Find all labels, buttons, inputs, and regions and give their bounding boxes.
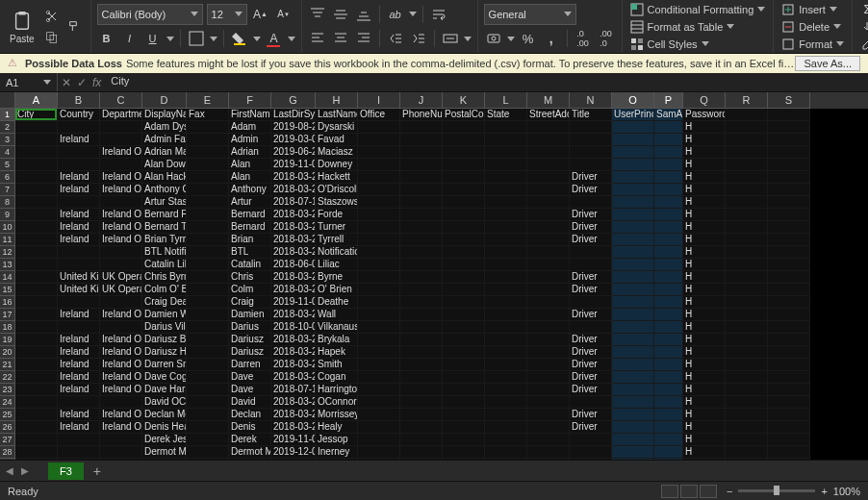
cell[interactable] [443, 421, 485, 434]
cell[interactable] [768, 384, 810, 396]
cell[interactable] [612, 259, 654, 271]
cell[interactable]: Tyrrell [316, 234, 358, 246]
cell[interactable] [768, 221, 810, 234]
row-header[interactable]: 21 [0, 359, 15, 371]
cell[interactable]: 2019-06-27 0 [271, 146, 316, 159]
cell[interactable] [612, 159, 654, 171]
cell[interactable] [768, 109, 810, 121]
cell[interactable]: H [683, 409, 726, 421]
cell[interactable] [15, 171, 58, 184]
cell[interactable] [187, 334, 229, 346]
cell[interactable]: 2018-03-27 1 [271, 421, 316, 434]
cell[interactable] [654, 434, 683, 446]
col-header-E[interactable]: E [187, 92, 229, 109]
cell[interactable] [100, 121, 142, 134]
cell[interactable] [358, 259, 400, 271]
cell[interactable] [726, 221, 768, 234]
cell[interactable] [768, 209, 810, 221]
cell[interactable] [187, 384, 229, 396]
cell[interactable] [15, 309, 58, 321]
cell[interactable] [400, 146, 443, 159]
cell[interactable] [100, 196, 142, 209]
cell[interactable] [570, 196, 612, 209]
cell[interactable]: Anthony O'Driscoll [142, 184, 187, 196]
currency-button[interactable] [484, 29, 503, 48]
cell[interactable] [187, 246, 229, 259]
cell[interactable] [443, 434, 485, 446]
cell[interactable] [15, 271, 58, 284]
cell[interactable]: Driver [570, 334, 612, 346]
cell[interactable]: 2018-06-08 1 [271, 259, 316, 271]
cell[interactable] [443, 396, 485, 409]
cell[interactable]: 2018-07-10 0 [271, 196, 316, 209]
cell[interactable] [570, 446, 612, 459]
cell[interactable] [358, 346, 400, 359]
cell[interactable]: Hapek [316, 346, 358, 359]
cell[interactable]: David [229, 396, 271, 409]
cell[interactable] [358, 221, 400, 234]
cell[interactable] [654, 121, 683, 134]
cell[interactable] [485, 409, 527, 421]
cell[interactable] [443, 309, 485, 321]
cell[interactable]: Adrian Maciasz [142, 146, 187, 159]
cell[interactable] [187, 234, 229, 246]
cell[interactable]: Darren [229, 359, 271, 371]
cell[interactable]: O'Driscoll [316, 184, 358, 196]
decrease-decimal-button[interactable]: .00.0 [597, 29, 616, 48]
cell[interactable]: SamAccount [654, 109, 683, 121]
col-header-I[interactable]: I [358, 92, 400, 109]
cell[interactable]: Ireland [58, 171, 100, 184]
cell[interactable] [654, 196, 683, 209]
row-header[interactable]: 3 [0, 134, 15, 146]
cell[interactable]: Ireland [58, 371, 100, 384]
align-center-button[interactable] [331, 29, 350, 48]
cell[interactable] [15, 159, 58, 171]
cell[interactable]: Bernard Turner [142, 221, 187, 234]
chevron-down-icon[interactable] [210, 37, 217, 41]
cell[interactable] [58, 446, 100, 459]
cell[interactable]: Driver [570, 309, 612, 321]
cell[interactable]: Ireland Oper [100, 209, 142, 221]
cell[interactable] [443, 371, 485, 384]
chevron-down-icon[interactable] [464, 37, 472, 41]
cell[interactable]: UK Operatio [100, 284, 142, 296]
cell[interactable] [768, 171, 810, 184]
cell[interactable] [527, 371, 570, 384]
cell[interactable] [443, 446, 485, 459]
cell[interactable]: 2019-12-04 0 [271, 446, 316, 459]
cell[interactable]: Driver [570, 384, 612, 396]
cell[interactable] [527, 346, 570, 359]
increase-decimal-button[interactable]: .0.00 [574, 29, 593, 48]
cell[interactable] [187, 459, 229, 460]
cell[interactable] [570, 396, 612, 409]
cell[interactable] [443, 196, 485, 209]
decrease-indent-button[interactable] [386, 29, 405, 48]
cell[interactable] [527, 409, 570, 421]
cell[interactable]: Craig [229, 296, 271, 309]
cell[interactable] [612, 284, 654, 296]
cell[interactable]: 2018-03-28 1 [271, 221, 316, 234]
cell[interactable]: Country [58, 109, 100, 121]
cell[interactable]: 2018-03-28 1 [271, 309, 316, 321]
cell[interactable]: Downey [316, 159, 358, 171]
cell[interactable] [358, 334, 400, 346]
cell[interactable]: Adam [229, 121, 271, 134]
fx-button[interactable]: fx [92, 76, 101, 89]
cell[interactable]: PostalCode [443, 109, 485, 121]
cell[interactable]: Dave [229, 384, 271, 396]
zoom-slider[interactable] [738, 489, 815, 492]
cell[interactable] [485, 221, 527, 234]
cell[interactable] [726, 234, 768, 246]
cell[interactable]: H [683, 359, 726, 371]
cell[interactable]: Alan [229, 159, 271, 171]
cell[interactable] [485, 421, 527, 434]
cell[interactable] [768, 371, 810, 384]
cell[interactable] [570, 259, 612, 271]
cell[interactable] [726, 259, 768, 271]
increase-font-button[interactable]: A▲ [251, 5, 270, 24]
cell[interactable] [187, 396, 229, 409]
row-header[interactable]: 23 [0, 384, 15, 396]
cell[interactable]: H [683, 221, 726, 234]
cell[interactable] [15, 246, 58, 259]
cell[interactable] [654, 271, 683, 284]
